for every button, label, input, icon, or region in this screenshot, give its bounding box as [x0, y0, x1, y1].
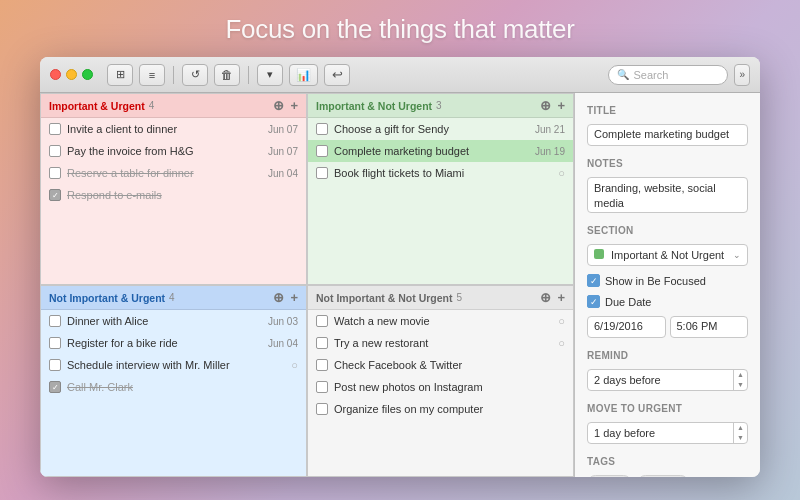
task-item[interactable]: Try a new restorant ○ [308, 332, 573, 354]
minimize-button[interactable] [66, 69, 77, 80]
task-checkbox[interactable] [316, 381, 328, 393]
task-text: Respond to e-mails [67, 189, 298, 201]
task-checkbox-checked[interactable] [49, 381, 61, 393]
task-checkbox[interactable] [316, 167, 328, 179]
task-text: Invite a client to dinner [67, 123, 262, 135]
date-time-row: 6/19/2016 5:06 PM [587, 316, 748, 338]
add-task-icon[interactable]: + [557, 98, 565, 113]
tag-clients[interactable]: #clients [637, 475, 689, 477]
task-item[interactable]: Pay the invoice from H&G Jun 07 [41, 140, 306, 162]
notes-field[interactable]: Branding, website, social media [587, 177, 748, 213]
add-task-icon[interactable]: + [557, 290, 565, 305]
task-item[interactable]: Call Mr. Clark [41, 376, 306, 398]
show-focused-label: Show in Be Focused [605, 275, 706, 287]
quadrant-header-notimportant-urgent: Not Important & Urgent 4 ⊕ + [41, 286, 306, 310]
task-item-highlighted[interactable]: Complete marketing budget Jun 19 [308, 140, 573, 162]
task-checkbox[interactable] [49, 167, 61, 179]
delete-button[interactable]: 🗑 [214, 64, 240, 86]
section-value: Important & Not Urgent [611, 249, 724, 261]
task-checkbox[interactable] [49, 337, 61, 349]
search-task-icon[interactable]: ⊕ [540, 98, 551, 113]
add-task-button[interactable]: ↩ [324, 64, 350, 86]
task-note-icon: ○ [558, 337, 565, 349]
search-task-icon[interactable]: ⊕ [273, 290, 284, 305]
task-date: Jun 03 [268, 316, 298, 327]
task-text: Try a new restorant [334, 337, 550, 349]
main-content: Important & Urgent 4 ⊕ + Invite a client… [40, 93, 760, 477]
quadrant-title: Important & Not Urgent [316, 100, 432, 112]
task-item[interactable]: Reserve a table for dinner Jun 04 [41, 162, 306, 184]
grid-view-button[interactable]: ⊞ [107, 64, 133, 86]
stepper-up[interactable]: ▲ [734, 370, 747, 380]
task-item[interactable]: Choose a gift for Sendy Jun 21 [308, 118, 573, 140]
quadrant-important-urgent: Important & Urgent 4 ⊕ + Invite a client… [40, 93, 307, 285]
task-item[interactable]: Register for a bike ride Jun 04 [41, 332, 306, 354]
due-date-field[interactable]: 6/19/2016 [587, 316, 666, 338]
task-checkbox[interactable] [316, 123, 328, 135]
task-item[interactable]: Organize files on my computer [308, 398, 573, 420]
quadrant-count: 4 [149, 100, 155, 111]
refresh-button[interactable]: ↺ [182, 64, 208, 86]
search-task-icon[interactable]: ⊕ [540, 290, 551, 305]
stepper-down[interactable]: ▼ [734, 380, 747, 390]
title-label: Title [587, 105, 748, 116]
task-checkbox[interactable] [49, 145, 61, 157]
tag-work[interactable]: #work [587, 475, 632, 477]
detail-sidebar: Title Complete marketing budget Notes Br… [575, 93, 760, 477]
maximize-button[interactable] [82, 69, 93, 80]
expand-button[interactable]: » [734, 64, 750, 86]
toolbar: ⊞ ≡ ↺ 🗑 ▾ 📊 ↩ 🔍 Search » [40, 57, 760, 93]
remind-label: Remind [587, 350, 748, 361]
task-item[interactable]: Invite a client to dinner Jun 07 [41, 118, 306, 140]
app-window: ⊞ ≡ ↺ 🗑 ▾ 📊 ↩ 🔍 Search » Important & Urg… [40, 57, 760, 477]
task-checkbox[interactable] [316, 359, 328, 371]
task-text: Check Facebook & Twitter [334, 359, 565, 371]
task-checkbox[interactable] [316, 145, 328, 157]
task-text: Post new photos on Instagram [334, 381, 565, 393]
task-checkbox[interactable] [49, 123, 61, 135]
task-item[interactable]: Schedule interview with Mr. Miller ○ [41, 354, 306, 376]
add-task-icon[interactable]: + [290, 290, 298, 305]
task-text: Complete marketing budget [334, 145, 529, 157]
quadrant-actions: ⊕ + [273, 98, 298, 113]
quadrant-count: 4 [169, 292, 175, 303]
stepper-arrows[interactable]: ▲ ▼ [733, 370, 747, 390]
move-to-urgent-stepper[interactable]: 1 day before ▲ ▼ [587, 422, 748, 444]
task-item[interactable]: Book flight tickets to Miami ○ [308, 162, 573, 184]
remind-stepper[interactable]: 2 days before ▲ ▼ [587, 369, 748, 391]
task-text: Organize files on my computer [334, 403, 565, 415]
task-checkbox[interactable] [49, 315, 61, 327]
add-task-icon[interactable]: + [290, 98, 298, 113]
quadrant-actions: ⊕ + [540, 98, 565, 113]
task-checkbox[interactable] [316, 337, 328, 349]
move-to-urgent-value: 1 day before [588, 424, 733, 442]
quadrant-title: Not Important & Urgent [49, 292, 165, 304]
due-date-checkbox[interactable] [587, 295, 600, 308]
stepper-arrows-2[interactable]: ▲ ▼ [733, 423, 747, 443]
list-view-button[interactable]: ≡ [139, 64, 165, 86]
chevron-down-icon: ⌄ [733, 250, 741, 260]
show-focused-checkbox[interactable] [587, 274, 600, 287]
filter-button[interactable]: ▾ [257, 64, 283, 86]
stepper-down-2[interactable]: ▼ [734, 433, 747, 443]
close-button[interactable] [50, 69, 61, 80]
task-text: Schedule interview with Mr. Miller [67, 359, 283, 371]
task-item[interactable]: Check Facebook & Twitter [308, 354, 573, 376]
task-checkbox[interactable] [316, 403, 328, 415]
search-bar[interactable]: 🔍 Search [608, 65, 728, 85]
quadrant-actions: ⊕ + [540, 290, 565, 305]
due-time-field[interactable]: 5:06 PM [670, 316, 749, 338]
chart-button[interactable]: 📊 [289, 64, 318, 86]
task-date: Jun 04 [268, 168, 298, 179]
task-item[interactable]: Dinner with Alice Jun 03 [41, 310, 306, 332]
task-checkbox-checked[interactable] [49, 189, 61, 201]
task-item[interactable]: Respond to e-mails [41, 184, 306, 206]
stepper-up-2[interactable]: ▲ [734, 423, 747, 433]
search-task-icon[interactable]: ⊕ [273, 98, 284, 113]
task-item[interactable]: Post new photos on Instagram [308, 376, 573, 398]
task-checkbox[interactable] [49, 359, 61, 371]
title-field[interactable]: Complete marketing budget [587, 124, 748, 146]
section-select[interactable]: Important & Not Urgent ⌄ [587, 244, 748, 266]
task-item[interactable]: Watch a new movie ○ [308, 310, 573, 332]
task-checkbox[interactable] [316, 315, 328, 327]
